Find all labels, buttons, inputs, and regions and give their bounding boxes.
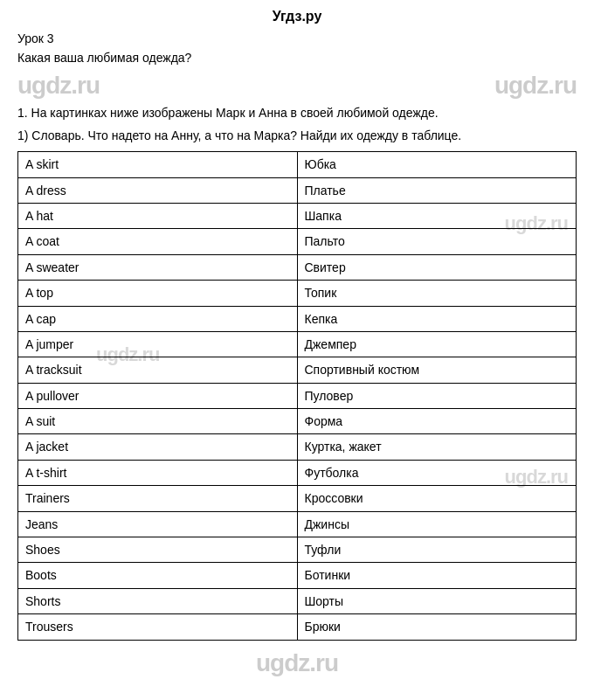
table-row: A dressПлатье	[18, 177, 577, 203]
table-row: A tracksuitСпортивный костюм	[18, 357, 577, 383]
russian-word: Пальто	[297, 229, 577, 254]
table-row: ShoesТуфли	[18, 537, 577, 563]
site-title: Угдз.ру	[17, 9, 577, 24]
russian-word: Свитер	[297, 254, 577, 280]
table-row: A pulloverПуловер	[18, 383, 577, 408]
footer-watermark: ugdz.ru	[256, 649, 338, 677]
instruction-2: 1) Словарь. Что надето на Анну, а что на…	[17, 128, 577, 145]
table-row: ShortsШорты	[18, 588, 577, 613]
english-word: A coat	[18, 229, 298, 254]
russian-word: Куртка, жакет	[297, 434, 577, 460]
russian-word: Платье	[297, 177, 577, 203]
russian-word: Брюки	[297, 614, 577, 640]
english-word: Boots	[18, 563, 298, 588]
english-word: A pullover	[18, 383, 298, 408]
english-word: A jacket	[18, 434, 298, 460]
english-word: A hat	[18, 203, 298, 228]
english-word: A tracksuit	[18, 357, 298, 383]
footer-watermark-row: ugdz.ru	[17, 649, 577, 677]
watermark-top-right: ugdz.ru	[494, 72, 577, 100]
english-word: Shorts	[18, 588, 298, 613]
english-word: A cap	[18, 306, 298, 331]
table-row: A topТопик	[18, 281, 577, 306]
russian-word: Юбка	[297, 152, 577, 177]
table-row: A capКепка	[18, 306, 577, 331]
english-word: A sweater	[18, 254, 298, 280]
russian-word: Шапка	[297, 203, 577, 228]
table-wrapper: ugdz.ru ugdz.ru ugdz.ru A skirtЮбкаA dre…	[17, 151, 577, 640]
table-row: JeansДжинсы	[18, 511, 577, 537]
english-word: A skirt	[18, 152, 298, 177]
table-row: A jumperДжемпер	[18, 331, 577, 357]
russian-word: Джинсы	[297, 511, 577, 537]
vocab-table: A skirtЮбкаA dressПлатьеA hatШапкаA coat…	[17, 151, 577, 640]
table-row: A skirtЮбка	[18, 152, 577, 177]
russian-word: Кепка	[297, 306, 577, 331]
english-word: A jumper	[18, 331, 298, 357]
table-row: A suitФорма	[18, 409, 577, 434]
table-row: A sweaterСвитер	[18, 254, 577, 280]
russian-word: Кроссовки	[297, 486, 577, 511]
english-word: Trainers	[18, 486, 298, 511]
english-word: A t-shirt	[18, 460, 298, 485]
question-label: Какая ваша любимая одежда?	[17, 51, 577, 65]
english-word: A dress	[18, 177, 298, 203]
watermark-top-left: ugdz.ru	[17, 72, 100, 100]
table-row: TrousersБрюки	[18, 614, 577, 640]
table-row: A t-shirtФутболка	[18, 460, 577, 485]
russian-word: Джемпер	[297, 331, 577, 357]
english-word: Jeans	[18, 511, 298, 537]
lesson-label: Урок 3	[17, 31, 577, 45]
russian-word: Форма	[297, 409, 577, 434]
russian-word: Шорты	[297, 588, 577, 613]
table-row: BootsБотинки	[18, 563, 577, 588]
english-word: A suit	[18, 409, 298, 434]
table-row: A coatПальто	[18, 229, 577, 254]
table-row: A hatШапка	[18, 203, 577, 228]
russian-word: Футболка	[297, 460, 577, 485]
russian-word: Пуловер	[297, 383, 577, 408]
english-word: Trousers	[18, 614, 298, 640]
russian-word: Спортивный костюм	[297, 357, 577, 383]
instruction-1: 1. На картинках ниже изображены Марк и А…	[17, 105, 577, 122]
russian-word: Ботинки	[297, 563, 577, 588]
english-word: A top	[18, 281, 298, 306]
table-row: A jacketКуртка, жакет	[18, 434, 577, 460]
table-row: TrainersКроссовки	[18, 486, 577, 511]
russian-word: Туфли	[297, 537, 577, 563]
watermark-row-top: ugdz.ru ugdz.ru	[17, 72, 577, 100]
english-word: Shoes	[18, 537, 298, 563]
russian-word: Топик	[297, 281, 577, 306]
